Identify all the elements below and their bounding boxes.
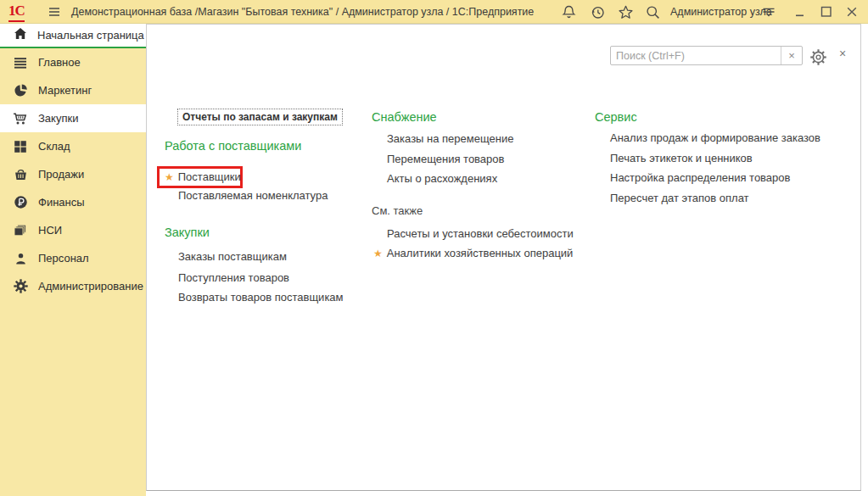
home-tab-label: Начальная страница — [37, 29, 144, 42]
person-icon — [12, 252, 29, 265]
favorites-star-icon[interactable] — [618, 0, 634, 24]
home-icon — [14, 27, 27, 43]
sidebar-item-warehouse[interactable]: Склад — [0, 132, 146, 160]
shopping-cart-icon — [12, 112, 29, 125]
link-supplied-nomenclature[interactable]: Поставляемая номенклатура — [178, 189, 328, 203]
ruble-coin-icon — [12, 195, 29, 209]
section-header-supply: Снабжение — [372, 110, 437, 124]
sidebar-item-finance[interactable]: Финансы — [0, 188, 146, 216]
link-label-printing[interactable]: Печать этикеток и ценников — [610, 152, 753, 165]
global-search-icon[interactable] — [645, 0, 661, 24]
section-menu-panel: × × Отчеты по запасам и закупкам Работа … — [146, 24, 861, 491]
link-payment-dates[interactable]: Пересчет дат этапов оплат — [610, 192, 749, 205]
history-clock-icon[interactable] — [590, 0, 606, 24]
basket-icon — [12, 167, 29, 181]
section-header-suppliers-work: Работа с поставщиками — [165, 139, 301, 153]
reports-stock-purchases-button[interactable]: Отчеты по запасам и закупкам — [177, 109, 343, 125]
link-goods-receipts[interactable]: Поступления товаров — [178, 271, 289, 285]
list-lines-icon — [12, 56, 29, 70]
1c-logo-icon: 1С — [8, 0, 25, 24]
link-business-analytics[interactable]: ★Аналитики хозяйственных операций — [373, 247, 573, 260]
current-user-label[interactable]: Администратор узла — [670, 0, 772, 24]
section-header-service: Сервис — [595, 110, 637, 124]
see-also-label: См. также — [372, 204, 423, 217]
window-close-button[interactable] — [845, 0, 859, 24]
pie-chart-icon — [12, 83, 29, 98]
grid-squares-icon — [12, 140, 29, 153]
maximize-button[interactable] — [820, 0, 833, 24]
favorite-star-icon[interactable]: ★ — [165, 171, 174, 183]
stacked-cards-icon — [12, 224, 29, 237]
link-suppliers[interactable]: ★Поставщики — [165, 170, 241, 184]
minimize-button[interactable] — [793, 0, 807, 24]
link-distribution-setup[interactable]: Настройка распределения товаров — [610, 171, 790, 185]
favorite-star-icon[interactable]: ★ — [373, 248, 383, 259]
link-transfer-orders[interactable]: Заказы на перемещение — [387, 132, 513, 146]
section-sidebar: Главное Маркетинг Закупки Склад Продажи … — [0, 48, 146, 496]
sidebar-item-administration[interactable]: Администрирование — [0, 272, 146, 300]
sidebar-item-marketing[interactable]: Маркетинг — [0, 76, 146, 104]
link-orders-to-suppliers[interactable]: Заказы поставщикам — [178, 250, 287, 264]
hamburger-menu-icon[interactable] — [47, 0, 62, 24]
window-titlebar: 1С Демонстрационная база /Магазин "Бытов… — [0, 0, 868, 24]
search-box[interactable]: × — [610, 46, 803, 65]
search-clear-icon[interactable]: × — [781, 47, 802, 64]
connection-status-icon[interactable] — [761, 0, 776, 24]
link-discrepancy-acts[interactable]: Акты о расхождениях — [387, 172, 497, 186]
section-header-purchases: Закупки — [165, 226, 210, 239]
sidebar-item-nsi[interactable]: НСИ — [0, 216, 146, 244]
gear-icon — [12, 279, 29, 293]
window-title: Демонстрационная база /Магазин "Бытовая … — [71, 0, 534, 24]
sidebar-item-sales[interactable]: Продажи — [0, 160, 146, 188]
panel-close-icon[interactable]: × — [839, 47, 846, 60]
sidebar-item-main[interactable]: Главное — [0, 48, 146, 76]
sidebar-item-purchases[interactable]: Закупки — [0, 104, 146, 132]
notifications-bell-icon[interactable] — [561, 0, 577, 24]
panel-settings-gear-icon[interactable] — [810, 49, 826, 69]
search-input[interactable] — [611, 47, 781, 64]
home-tab[interactable]: Начальная страница — [0, 24, 146, 48]
link-goods-transfers[interactable]: Перемещения товаров — [387, 153, 504, 166]
link-cost-calculations[interactable]: Расчеты и установки себестоимости — [387, 227, 574, 241]
link-sales-analysis[interactable]: Анализ продаж и формирование заказов — [610, 131, 820, 145]
link-returns-to-suppliers[interactable]: Возвраты товаров поставщикам — [178, 291, 344, 304]
sidebar-item-personnel[interactable]: Персонал — [0, 244, 146, 272]
